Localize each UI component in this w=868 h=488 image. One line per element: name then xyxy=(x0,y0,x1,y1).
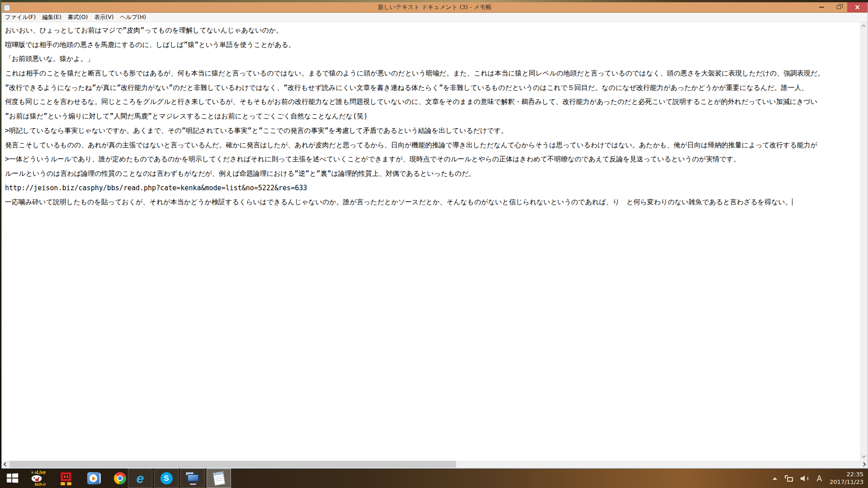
remote-desktop-icon xyxy=(186,472,199,485)
chrome-button[interactable] xyxy=(99,469,126,488)
red-robot-app-button[interactable] xyxy=(46,469,73,488)
menu-item[interactable]: 書式(O) xyxy=(65,13,91,22)
text-line: ルールというのは言わば論理の性質のことなのは言わずもがなだが、例えば命題論理にお… xyxy=(5,167,860,181)
taskbar: キタLive 5ch-!! e S xyxy=(0,469,868,488)
chevron-right-icon xyxy=(862,462,866,467)
ime-mode-indicator[interactable]: A xyxy=(816,474,822,483)
network-icon[interactable] xyxy=(785,475,793,482)
chevron-up-icon xyxy=(862,24,866,29)
vertical-scrollbar[interactable] xyxy=(860,22,868,460)
menu-item[interactable]: ヘルプ(H) xyxy=(117,13,150,22)
skype-button[interactable]: S xyxy=(154,469,179,488)
scroll-down-button[interactable] xyxy=(860,453,868,460)
text-line: 一応噛み砕いて説明したものを貼っておくが、それが本当かどうか検証するくらいはでき… xyxy=(5,195,860,210)
text-line: 発言こそしているものの、あれが真の主張ではないと言っているんだ。確かに発言はした… xyxy=(5,138,860,153)
text-line: >明記しているなら事実じゃないですか。あくまで、その”明記されている事実”と”こ… xyxy=(5,124,860,138)
tray-date: 2017/11/23 xyxy=(830,479,863,486)
window-title: 新しいテキスト ドキュメント (3) - メモ帳 xyxy=(2,3,868,11)
menu-bar: ファイル(F)編集(E)書式(O)表示(V)ヘルプ(H) xyxy=(2,13,868,22)
horizontal-scrollbar[interactable] xyxy=(2,460,868,468)
text-line: おいおい、ひょっとしてお前はマジで”皮肉”ってものを理解してないんじゃあないのか… xyxy=(5,23,860,38)
text-line: これは相手のことを猿だと断言している形ではあるが、何も本当に猿だと言っているので… xyxy=(5,66,860,81)
notepad-window: 新しいテキスト ドキュメント (3) - メモ帳 × ファイル(F)編集(E)書… xyxy=(1,2,868,469)
scroll-up-button[interactable] xyxy=(860,22,868,30)
minimize-button[interactable] xyxy=(813,2,830,12)
chevron-down-icon xyxy=(862,454,866,458)
tray-time: 22:35 xyxy=(830,471,863,479)
text-line: http://jeison.biz/casphy/bbs/read.php?ca… xyxy=(5,181,860,196)
scroll-left-button[interactable] xyxy=(2,460,9,468)
scroll-right-button[interactable] xyxy=(860,460,868,468)
horizontal-scroll-thumb[interactable] xyxy=(9,461,456,468)
menu-item[interactable]: 編集(E) xyxy=(39,13,65,22)
window-controls: × xyxy=(813,2,868,12)
media-player-button[interactable] xyxy=(73,469,99,488)
start-button[interactable] xyxy=(0,469,19,488)
tray-clock[interactable]: 22:35 2017/11/23 xyxy=(830,471,863,486)
chrome-icon xyxy=(114,472,126,484)
text-line: 「お前頭悪いな。猿かよ。」 xyxy=(5,52,860,66)
text-line: ”お前は猿だ”という煽りに対して”人間だ馬鹿”とマジレスすることはお前にとってご… xyxy=(5,109,860,124)
text-line: 何度も同じことを言わせるな。同じところをグルグルと行き来しているが、そもそもがお… xyxy=(5,95,860,109)
system-tray: A 22:35 2017/11/23 xyxy=(773,469,868,488)
close-button[interactable]: × xyxy=(847,2,868,12)
restore-button[interactable] xyxy=(830,2,847,12)
text-area[interactable]: おいおい、ひょっとしてお前はマジで”皮肉”ってものを理解してないんじゃあないのか… xyxy=(2,22,860,460)
internet-explorer-button[interactable]: e xyxy=(128,469,152,488)
live5ch-button[interactable]: キタLive 5ch-!! xyxy=(19,469,46,488)
hidden-icons-arrow[interactable] xyxy=(773,477,777,480)
internet-explorer-icon: e xyxy=(137,472,144,485)
menu-item[interactable]: 表示(V) xyxy=(91,13,117,22)
windows-media-player-icon xyxy=(87,472,99,484)
text-caret xyxy=(792,198,793,206)
red-robot-app-icon xyxy=(59,472,73,485)
text-line: 喧嘩版では相手の地頭の悪さを馬鹿にするのに、しばしば”猿”という単語を使うことが… xyxy=(5,38,860,52)
titlebar[interactable]: 新しいテキスト ドキュメント (3) - メモ帳 × xyxy=(2,2,868,13)
skype-icon: S xyxy=(160,472,173,484)
remote-desktop-button[interactable] xyxy=(180,469,205,488)
volume-icon[interactable] xyxy=(801,475,809,482)
text-line: ”改行できるようになったね”が真に”改行能力がない”のだと非難しているわけではな… xyxy=(5,81,860,95)
notepad-taskbar-button[interactable] xyxy=(207,469,231,488)
text-line: >一体どういうルールであり、誰が定めたものであるのかを明示してくださればそれに則… xyxy=(5,152,860,167)
restore-icon xyxy=(837,5,841,9)
windows-start-icon xyxy=(7,473,19,483)
menu-item[interactable]: ファイル(F) xyxy=(2,13,39,22)
chevron-left-icon xyxy=(4,462,8,467)
minimize-icon xyxy=(819,7,824,8)
live5ch-icon: キタLive 5ch-!! xyxy=(30,470,46,487)
notepad-icon xyxy=(212,471,225,485)
